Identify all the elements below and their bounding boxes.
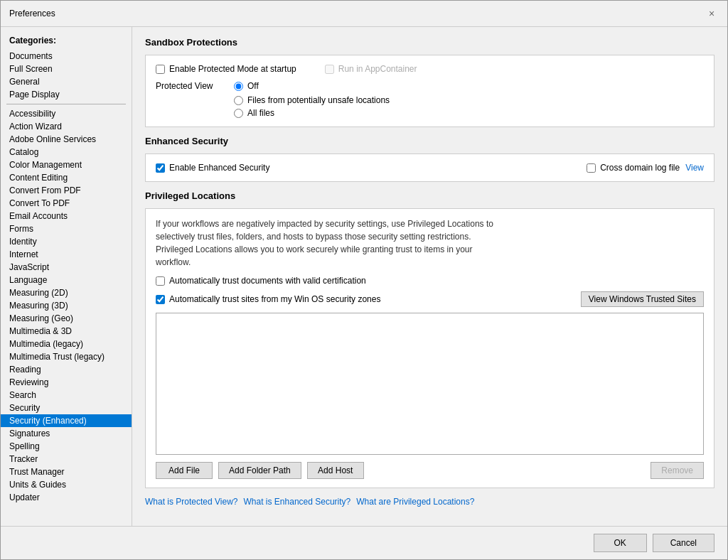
sidebar-item-measuring-2d[interactable]: Measuring (2D)	[1, 286, 132, 299]
radio-group: Files from potentially unsafe locations …	[234, 95, 704, 118]
auto-trust-cert-checkbox[interactable]	[156, 276, 165, 286]
auto-trust-cert-text: Automatically trust documents with valid…	[169, 276, 366, 286]
sidebar-item-security[interactable]: Security	[1, 402, 132, 414]
sidebar-item-convert-from-pdf[interactable]: Convert From PDF	[1, 184, 132, 197]
view-link[interactable]: View	[685, 163, 704, 173]
sidebar-item-adobe-online-services[interactable]: Adobe Online Services	[1, 133, 132, 146]
enhanced-title: Enhanced Security	[145, 136, 714, 146]
sidebar-main-section: Accessibility Action Wizard Adobe Online…	[1, 107, 132, 504]
dialog-title: Preferences	[9, 9, 55, 18]
privileged-description: If your workflows are negatively impacte…	[156, 217, 704, 269]
privileged-locations-help-link[interactable]: What are Privileged Locations?	[356, 497, 474, 507]
sidebar-item-documents[interactable]: Documents	[1, 50, 132, 63]
run-in-appcontainer-text: Run in AppContainer	[338, 64, 417, 74]
cross-domain-text: Cross domain log file	[600, 163, 680, 173]
sidebar-item-security-enhanced[interactable]: Security (Enhanced)	[1, 414, 132, 427]
sidebar-top-section: Documents Full Screen General Page Displ…	[1, 50, 132, 101]
privileged-title: Privileged Locations	[145, 190, 714, 201]
sandbox-top-row: Enable Protected Mode at startup Run in …	[156, 64, 704, 74]
sidebar-item-updater[interactable]: Updater	[1, 491, 132, 504]
enable-enhanced-security-label[interactable]: Enable Enhanced Security	[156, 163, 269, 173]
enhanced-security-help-link[interactable]: What is Enhanced Security?	[244, 497, 351, 507]
radio-all-text: All files	[247, 108, 274, 118]
run-in-appcontainer-label[interactable]: Run in AppContainer	[325, 64, 417, 74]
dialog-body: Categories: Documents Full Screen Genera…	[1, 27, 727, 526]
cross-domain-label[interactable]: Cross domain log file	[587, 163, 680, 173]
sidebar-item-measuring-3d[interactable]: Measuring (3D)	[1, 299, 132, 312]
auto-trust-win-text: Automatically trust sites from my Win OS…	[169, 294, 380, 304]
cancel-button[interactable]: Cancel	[653, 534, 714, 552]
radio-off-label[interactable]: Off	[234, 81, 259, 91]
sidebar-item-convert-to-pdf[interactable]: Convert To PDF	[1, 197, 132, 210]
sidebar-item-spelling[interactable]: Spelling	[1, 440, 132, 453]
sidebar-item-reviewing[interactable]: Reviewing	[1, 376, 132, 389]
sidebar-item-units-guides[interactable]: Units & Guides	[1, 478, 132, 491]
help-links-row: What is Protected View? What is Enhanced…	[145, 497, 714, 507]
title-bar: Preferences ×	[1, 1, 727, 27]
trusted-locations-box	[156, 313, 704, 455]
sidebar-item-forms[interactable]: Forms	[1, 222, 132, 235]
sidebar-item-multimedia-legacy[interactable]: Multimedia (legacy)	[1, 338, 132, 350]
preferences-dialog: Preferences × Categories: Documents Full…	[0, 0, 728, 560]
auto-trust-win-label[interactable]: Automatically trust sites from my Win OS…	[156, 294, 380, 304]
radio-all[interactable]	[234, 109, 243, 118]
cross-domain-checkbox[interactable]	[587, 163, 596, 173]
auto-trust-cert-row: Automatically trust documents with valid…	[156, 276, 704, 286]
sidebar-item-catalog[interactable]: Catalog	[1, 146, 132, 158]
sidebar-item-internet[interactable]: Internet	[1, 248, 132, 261]
enhanced-right: Cross domain log file View	[587, 163, 704, 173]
protected-view-row: Protected View Off	[156, 81, 704, 91]
sidebar-item-content-editing[interactable]: Content Editing	[1, 171, 132, 184]
sidebar-item-measuring-geo[interactable]: Measuring (Geo)	[1, 312, 132, 325]
auto-trust-cert-label[interactable]: Automatically trust documents with valid…	[156, 276, 366, 286]
radio-unsafe-text: Files from potentially unsafe locations	[247, 95, 390, 105]
sandbox-section: Enable Protected Mode at startup Run in …	[145, 55, 714, 127]
sidebar-item-color-management[interactable]: Color Management	[1, 158, 132, 171]
sidebar-item-javascript[interactable]: JavaScript	[1, 261, 132, 274]
sidebar-item-full-screen[interactable]: Full Screen	[1, 63, 132, 75]
auto-trust-win-row: Automatically trust sites from my Win OS…	[156, 291, 704, 307]
enable-protected-mode-label[interactable]: Enable Protected Mode at startup	[156, 64, 296, 74]
privileged-section: If your workflows are negatively impacte…	[145, 208, 714, 488]
ok-button[interactable]: OK	[594, 534, 647, 552]
sidebar-item-page-display[interactable]: Page Display	[1, 88, 132, 101]
auto-trust-win-checkbox[interactable]	[156, 295, 165, 304]
radio-unsafe[interactable]	[234, 96, 243, 105]
radio-all-label[interactable]: All files	[234, 108, 704, 118]
run-in-appcontainer-checkbox[interactable]	[325, 65, 334, 74]
add-host-button[interactable]: Add Host	[307, 462, 364, 479]
sidebar-item-language[interactable]: Language	[1, 274, 132, 286]
enable-protected-mode-checkbox[interactable]	[156, 65, 165, 74]
sidebar-divider	[6, 104, 126, 104]
remove-button[interactable]: Remove	[651, 462, 704, 479]
sidebar-item-trust-manager[interactable]: Trust Manager	[1, 465, 132, 478]
sidebar-item-reading[interactable]: Reading	[1, 363, 132, 376]
close-button[interactable]: ×	[705, 6, 719, 21]
enhanced-row: Enable Enhanced Security Cross domain lo…	[156, 163, 704, 173]
enhanced-section: Enable Enhanced Security Cross domain lo…	[145, 154, 714, 182]
sandbox-title: Sandbox Protections	[145, 37, 714, 48]
add-file-button[interactable]: Add File	[156, 462, 213, 479]
protected-view-label: Protected View	[156, 81, 227, 91]
protected-view-help-link[interactable]: What is Protected View?	[145, 497, 238, 507]
sidebar-item-multimedia-3d[interactable]: Multimedia & 3D	[1, 325, 132, 338]
sidebar-item-action-wizard[interactable]: Action Wizard	[1, 120, 132, 133]
sidebar-item-accessibility[interactable]: Accessibility	[1, 107, 132, 120]
button-row: Add File Add Folder Path Add Host Remove	[156, 462, 704, 479]
sidebar-item-email-accounts[interactable]: Email Accounts	[1, 210, 132, 222]
enable-enhanced-security-checkbox[interactable]	[156, 163, 165, 173]
add-folder-path-button[interactable]: Add Folder Path	[218, 462, 301, 479]
enable-protected-mode-text: Enable Protected Mode at startup	[169, 64, 296, 74]
sidebar-item-tracker[interactable]: Tracker	[1, 453, 132, 465]
sidebar-item-search[interactable]: Search	[1, 389, 132, 402]
categories-label: Categories:	[1, 33, 132, 50]
footer: OK Cancel	[1, 526, 727, 559]
sidebar-item-general[interactable]: General	[1, 75, 132, 88]
radio-unsafe-label[interactable]: Files from potentially unsafe locations	[234, 95, 704, 105]
sidebar-item-signatures[interactable]: Signatures	[1, 427, 132, 440]
sidebar-item-multimedia-trust-legacy[interactable]: Multimedia Trust (legacy)	[1, 350, 132, 363]
sidebar-item-identity[interactable]: Identity	[1, 235, 132, 248]
enhanced-left: Enable Enhanced Security	[156, 163, 269, 173]
radio-off[interactable]	[234, 82, 243, 91]
view-windows-trusted-sites-button[interactable]: View Windows Trusted Sites	[581, 291, 704, 307]
